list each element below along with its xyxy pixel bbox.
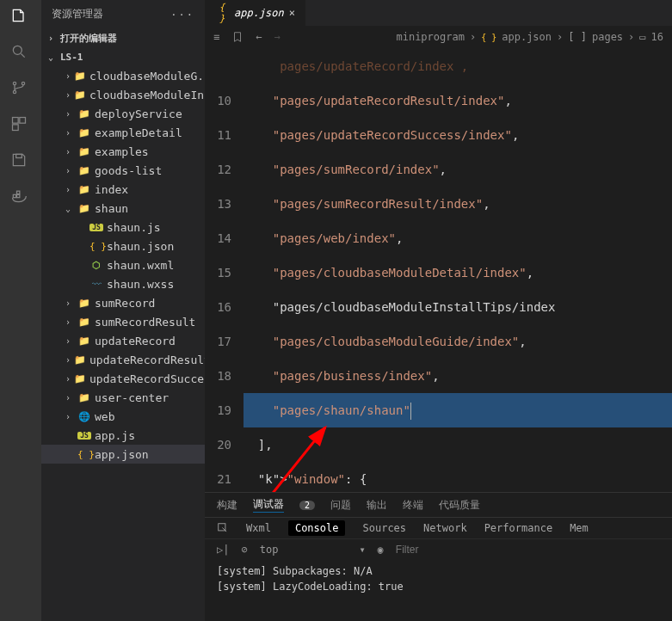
- editor-area: { } app.json × ≡ ← → miniprogram › { } a…: [205, 0, 672, 621]
- tab-bar: { } app.json ×: [205, 0, 672, 26]
- tree-item-app-json[interactable]: { }app.json: [41, 445, 205, 464]
- close-icon[interactable]: ×: [289, 7, 295, 19]
- dt-network[interactable]: Network: [423, 522, 467, 534]
- svg-point-3: [22, 82, 24, 84]
- console-toolbar: ▷| ⊘ top ▾ ◉: [205, 538, 672, 560]
- tree-item-shaun-wxml[interactable]: ⬡shaun.wxml: [41, 255, 205, 274]
- tree-item-sumRecordResult[interactable]: ›📁sumRecordResult: [41, 312, 205, 331]
- svg-rect-8: [13, 194, 15, 197]
- tree-item-cloudbaseModuleIn-[interactable]: ›📁cloudbaseModuleIn...: [41, 85, 205, 104]
- bottom-panel: 构建 调试器 2 问题 输出 终端 代码质量 Wxml Console Sour…: [205, 492, 672, 621]
- dt-wxml[interactable]: Wxml: [246, 522, 271, 534]
- json-icon: { }: [215, 2, 229, 24]
- tree-item-index[interactable]: ›📁index: [41, 180, 205, 199]
- tab-output[interactable]: 输出: [367, 498, 387, 513]
- dt-sources[interactable]: Sources: [362, 522, 406, 534]
- crumb-folder[interactable]: miniprogram: [396, 31, 464, 43]
- tree-item-web[interactable]: ›🌐web: [41, 407, 205, 426]
- file-tree: ›📁cloudbaseModuleG...›📁cloudbaseModuleIn…: [41, 66, 205, 621]
- clear-icon[interactable]: ⊘: [241, 544, 247, 556]
- search-icon[interactable]: [10, 43, 31, 64]
- breadcrumb-bar: ≡ ← → miniprogram › { } app.json › [ ] p…: [205, 26, 672, 49]
- tree-item-shaun[interactable]: ⌄📁shaun: [41, 199, 205, 218]
- tree-item-updateRecordResult[interactable]: ›📁updateRecordResult: [41, 350, 205, 369]
- filter-input[interactable]: [396, 544, 499, 556]
- tree-item-user-center[interactable]: ›📁user-center: [41, 388, 205, 407]
- tree-item-cloudbaseModuleG-[interactable]: ›📁cloudbaseModuleG...: [41, 66, 205, 85]
- dt-performance[interactable]: Performance: [484, 522, 552, 534]
- tree-item-deployService[interactable]: ›📁deployService: [41, 104, 205, 123]
- explorer-title: 资源管理器: [52, 7, 103, 22]
- panel-tabs: 构建 调试器 2 问题 输出 终端 代码质量: [205, 493, 672, 517]
- svg-point-0: [13, 46, 22, 54]
- devtool-tabs: Wxml Console Sources Network Performance…: [205, 517, 672, 538]
- tree-item-shaun-json[interactable]: { }shaun.json: [41, 237, 205, 255]
- activity-bar: [0, 0, 41, 621]
- files-icon[interactable]: [10, 7, 31, 28]
- floppy-icon[interactable]: [10, 151, 31, 172]
- tree-item-sumRecord[interactable]: ›📁sumRecord: [41, 293, 205, 312]
- explorer-sidebar: 资源管理器 ··· ›打开的编辑器 ⌄LS-1 ›📁cloudbaseModul…: [41, 0, 205, 621]
- svg-rect-7: [16, 154, 22, 157]
- extensions-icon[interactable]: [10, 115, 31, 136]
- dt-memory[interactable]: Mem: [570, 522, 589, 534]
- tab-terminal[interactable]: 终端: [403, 498, 423, 513]
- crumb-index: 16: [651, 31, 663, 43]
- open-editors-section[interactable]: ›打开的编辑器: [41, 28, 205, 47]
- svg-rect-6: [13, 125, 19, 131]
- back-icon[interactable]: ←: [256, 31, 262, 43]
- tree-item-updateRecordSuccess[interactable]: ›📁updateRecordSuccess: [41, 369, 205, 388]
- forward-icon[interactable]: →: [274, 31, 280, 43]
- branch-icon[interactable]: [10, 79, 31, 100]
- crumb-array[interactable]: pages: [592, 31, 623, 43]
- context-selector[interactable]: top: [260, 544, 279, 556]
- tab-debugger[interactable]: 调试器: [253, 497, 284, 513]
- code-editor[interactable]: 1011121314151617181920⌄21 pages/updateRe…: [205, 49, 672, 492]
- tab-build[interactable]: 构建: [217, 498, 237, 513]
- svg-point-2: [13, 90, 15, 93]
- more-icon[interactable]: ···: [170, 9, 194, 21]
- bookmark-icon[interactable]: [231, 31, 244, 43]
- tree-item-app-js[interactable]: JSapp.js: [41, 426, 205, 445]
- tree-item-goods-list[interactable]: ›📁goods-list: [41, 161, 205, 180]
- tree-item-exampleDetail[interactable]: ›📁exampleDetail: [41, 123, 205, 142]
- project-root[interactable]: ⌄LS-1: [41, 47, 205, 66]
- tree-item-updateRecord[interactable]: ›📁updateRecord: [41, 331, 205, 350]
- dt-console[interactable]: Console: [288, 520, 346, 536]
- tree-item-shaun-wxss[interactable]: 〰shaun.wxss: [41, 274, 205, 293]
- tree-item-shaun-js[interactable]: JSshaun.js: [41, 218, 205, 237]
- list-icon[interactable]: ≡: [213, 31, 219, 43]
- inspect-icon[interactable]: [217, 522, 229, 534]
- eye-icon[interactable]: ◉: [378, 544, 384, 556]
- svg-point-1: [13, 82, 15, 84]
- tree-item-examples[interactable]: ›📁examples: [41, 142, 205, 161]
- svg-rect-10: [17, 191, 20, 194]
- console-output: [system] Subpackages: N/A[system] LazyCo…: [205, 560, 672, 598]
- step-icon[interactable]: ▷|: [217, 544, 229, 556]
- svg-rect-5: [20, 118, 26, 124]
- svg-rect-4: [13, 118, 19, 124]
- debugger-badge: 2: [299, 501, 315, 510]
- tab-app-json[interactable]: { } app.json ×: [205, 0, 305, 26]
- tab-problems[interactable]: 问题: [330, 498, 351, 513]
- docker-icon[interactable]: [10, 188, 31, 208]
- svg-rect-9: [17, 194, 20, 197]
- crumb-file[interactable]: app.json: [502, 31, 552, 43]
- tab-quality[interactable]: 代码质量: [439, 498, 480, 513]
